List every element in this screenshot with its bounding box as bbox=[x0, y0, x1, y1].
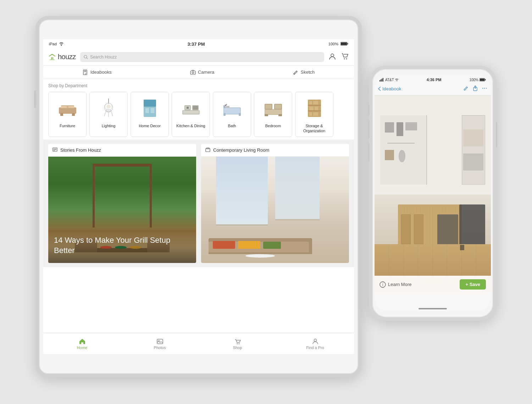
shop-by-department: Shop by Department bbox=[43, 79, 354, 140]
profile-icon[interactable] bbox=[328, 52, 336, 62]
more-icon[interactable] bbox=[482, 85, 487, 92]
svg-rect-46 bbox=[225, 105, 226, 106]
ipad-toolbar: Ideabooks Camera Sketch bbox=[43, 66, 354, 79]
learn-more-label: Learn More bbox=[388, 282, 411, 287]
tab-findpro-label: Find a Pro bbox=[306, 346, 324, 350]
bath-icon bbox=[221, 97, 244, 120]
iphone-device: AT&T 4:36 PM 100% Ideabook bbox=[369, 66, 497, 321]
stories-icon bbox=[52, 147, 57, 152]
dept-furniture-label: Furniture bbox=[60, 123, 75, 128]
toolbar-camera[interactable]: Camera bbox=[190, 69, 214, 75]
svg-line-27 bbox=[111, 112, 113, 116]
tab-photos-label: Photos bbox=[154, 346, 166, 350]
dept-item-bath[interactable]: Bath bbox=[213, 92, 251, 137]
kitchen-image bbox=[375, 95, 491, 294]
svg-rect-1 bbox=[341, 43, 347, 45]
back-button[interactable]: Ideabook bbox=[378, 86, 401, 91]
svg-rect-64 bbox=[313, 112, 318, 116]
svg-rect-20 bbox=[68, 106, 74, 108]
svg-rect-59 bbox=[309, 101, 312, 105]
photos-icon bbox=[156, 338, 164, 345]
svg-rect-34 bbox=[183, 111, 199, 114]
ideabook-icon bbox=[83, 69, 88, 75]
svg-point-8 bbox=[344, 58, 345, 59]
search-icon bbox=[84, 55, 88, 59]
tab-findpro[interactable]: Find a Pro bbox=[276, 333, 354, 354]
share-icon[interactable] bbox=[472, 85, 478, 92]
save-button[interactable]: + Save bbox=[460, 279, 486, 290]
ipad-battery-icon bbox=[340, 42, 348, 46]
svg-rect-55 bbox=[278, 114, 282, 116]
stories-card[interactable]: Stories From Houzz bbox=[48, 144, 196, 263]
pencil-icon[interactable] bbox=[463, 85, 469, 92]
iphone-screen: AT&T 4:36 PM 100% Ideabook bbox=[375, 75, 491, 311]
save-label: + Save bbox=[465, 282, 480, 287]
content-row: Stories From Houzz bbox=[43, 140, 354, 267]
cart-icon[interactable] bbox=[341, 52, 349, 62]
ipad-wifi-icon bbox=[59, 42, 64, 46]
tab-shop[interactable]: Shop bbox=[199, 333, 276, 354]
svg-text:i: i bbox=[382, 283, 383, 287]
svg-rect-42 bbox=[223, 113, 226, 116]
kitchen-icon bbox=[179, 97, 203, 120]
dept-item-furniture[interactable]: Furniture bbox=[48, 92, 87, 137]
houzz-logo[interactable]: h houzz bbox=[48, 53, 76, 61]
svg-point-5 bbox=[84, 55, 87, 58]
search-bar[interactable]: Search Houzz bbox=[80, 52, 324, 62]
dept-homedecor-label: Home Decor bbox=[139, 123, 161, 128]
iphone-battery-icon bbox=[480, 78, 486, 82]
svg-rect-30 bbox=[144, 100, 156, 107]
dept-item-storage[interactable]: Storage & Organization bbox=[295, 92, 333, 137]
living-room-card[interactable]: Contemporary Living Room bbox=[201, 144, 349, 263]
toolbar-sketch[interactable]: Sketch bbox=[293, 69, 315, 75]
svg-rect-41 bbox=[224, 108, 240, 114]
svg-rect-63 bbox=[309, 112, 312, 116]
svg-rect-37 bbox=[187, 107, 189, 109]
svg-rect-71 bbox=[157, 339, 163, 344]
ipad-time: 3:37 PM bbox=[187, 41, 205, 47]
living-room-header: Contemporary Living Room bbox=[201, 144, 349, 157]
lighting-icon bbox=[97, 97, 120, 120]
ipad-model-label: iPad bbox=[49, 42, 57, 46]
svg-rect-2 bbox=[348, 43, 348, 44]
dept-item-lighting[interactable]: Lighting bbox=[89, 92, 128, 137]
dept-item-homedecor[interactable]: Home Decor bbox=[131, 92, 169, 137]
svg-line-6 bbox=[87, 58, 88, 59]
learn-more-button[interactable]: i Learn More bbox=[379, 281, 411, 288]
stories-title: Stories From Houzz bbox=[60, 147, 101, 153]
iphone-time: 4:36 PM bbox=[427, 78, 442, 82]
dept-storage-label: Storage & Organization bbox=[298, 123, 331, 134]
back-label: Ideabook bbox=[382, 86, 401, 91]
iphone-navbar: Ideabook bbox=[375, 83, 491, 95]
svg-rect-47 bbox=[226, 104, 227, 105]
houzz-brand-icon: h bbox=[48, 53, 56, 61]
svg-rect-13 bbox=[190, 71, 195, 74]
svg-rect-32 bbox=[151, 108, 154, 113]
iphone-battery-label: 100% bbox=[469, 78, 478, 82]
info-circle-icon: i bbox=[379, 281, 386, 288]
storage-icon bbox=[303, 97, 326, 120]
dept-item-bedroom[interactable]: Bedroom bbox=[254, 92, 292, 137]
iphone-wifi-icon bbox=[395, 78, 399, 82]
dept-item-kitchen[interactable]: Kitchen & Dining bbox=[172, 92, 210, 137]
svg-rect-17 bbox=[60, 113, 63, 116]
tab-photos[interactable]: Photos bbox=[121, 333, 199, 354]
toolbar-ideabooks[interactable]: Ideabooks bbox=[83, 69, 112, 75]
scene: iPad 3:37 PM 100% bbox=[35, 16, 497, 388]
story-overlay: 14 Ways to Make Your Grill Setup Better bbox=[48, 228, 196, 263]
iphone-status-bar: AT&T 4:36 PM 100% bbox=[375, 75, 491, 83]
furniture-icon bbox=[56, 97, 79, 120]
story-featured-title: 14 Ways to Make Your Grill Setup Better bbox=[54, 235, 190, 256]
tab-home[interactable]: Home bbox=[43, 333, 121, 354]
dept-bedroom-label: Bedroom bbox=[265, 123, 281, 128]
stories-header: Stories From Houzz bbox=[48, 144, 196, 157]
svg-rect-18 bbox=[72, 113, 75, 116]
svg-point-81 bbox=[484, 88, 485, 88]
svg-rect-53 bbox=[275, 105, 281, 109]
toolbar-sketch-label: Sketch bbox=[301, 69, 315, 75]
homedecor-icon bbox=[138, 97, 161, 120]
back-chevron-icon bbox=[378, 86, 381, 91]
ipad-bottom-bar: Home Photos Shop Find a Pro bbox=[43, 333, 354, 354]
svg-rect-43 bbox=[239, 113, 241, 116]
iphone-bottom-actions: i Learn More + Save bbox=[375, 276, 491, 294]
